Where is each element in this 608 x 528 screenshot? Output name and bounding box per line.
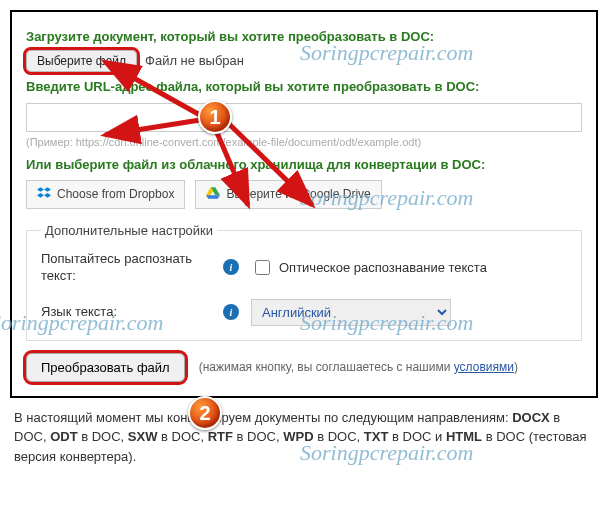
url-heading: Введите URL-адрес файла, который вы хоти…: [26, 78, 582, 96]
format-wpd: WPD: [283, 429, 313, 444]
ocr-checkbox-label: Оптическое распознавание текста: [279, 260, 487, 275]
file-status-text: Файл не выбран: [145, 53, 244, 68]
lang-label: Язык текста:: [41, 303, 211, 321]
convert-button[interactable]: Преобразовать файл: [26, 353, 185, 382]
agree-prefix: (нажимая кнопку, вы соглашаетесь с нашим…: [199, 360, 454, 374]
footer-intro: В настоящий момент мы конвертируем докум…: [14, 410, 512, 425]
info-icon[interactable]: i: [223, 304, 239, 320]
cloud-row: Choose from Dropbox Выберите из Google D…: [26, 180, 582, 209]
agree-text: (нажимая кнопку, вы соглашаетесь с нашим…: [199, 359, 518, 375]
cloud-heading: Или выберите файл из облачного хранилища…: [26, 156, 582, 174]
format-rtf: RTF: [208, 429, 233, 444]
format-txt: TXT: [364, 429, 389, 444]
info-icon[interactable]: i: [223, 259, 239, 275]
ocr-label: Попытайтесь распознать текст:: [41, 250, 211, 285]
convert-row: Преобразовать файл (нажимая кнопку, вы с…: [26, 353, 582, 382]
url-example-text: (Пример: https://cdn.online-convert.com/…: [26, 136, 582, 148]
dropbox-icon: [37, 186, 51, 203]
url-input[interactable]: [26, 103, 582, 132]
format-odt: ODT: [50, 429, 77, 444]
language-select[interactable]: Английский: [251, 299, 451, 326]
dropbox-label: Choose from Dropbox: [57, 187, 174, 201]
dropbox-button[interactable]: Choose from Dropbox: [26, 180, 185, 209]
gdrive-button[interactable]: Выберите из Google Drive: [195, 180, 381, 209]
ocr-checkbox[interactable]: [255, 260, 270, 275]
extra-settings-legend: Дополнительные настройки: [41, 223, 217, 238]
format-sxw: SXW: [128, 429, 158, 444]
extra-settings-fieldset: Дополнительные настройки Попытайтесь рас…: [26, 223, 582, 341]
svg-marker-2: [206, 195, 220, 199]
footer-text: В настоящий момент мы конвертируем докум…: [14, 408, 594, 467]
format-docx: DOCX: [512, 410, 550, 425]
choose-file-button[interactable]: Выберите файл: [26, 50, 137, 72]
format-html: HTML: [446, 429, 482, 444]
ocr-checkbox-wrap[interactable]: Оптическое распознавание текста: [251, 257, 487, 278]
file-row: Выберите файл Файл не выбран: [26, 50, 582, 72]
ocr-row: Попытайтесь распознать текст: i Оптическ…: [41, 250, 567, 285]
gdrive-icon: [206, 186, 220, 203]
agree-suffix: ): [514, 360, 518, 374]
converter-panel: Загрузите документ, который вы хотите пр…: [10, 10, 598, 398]
agree-link[interactable]: условиями: [454, 360, 514, 374]
lang-row: Язык текста: i Английский: [41, 299, 567, 326]
upload-heading: Загрузите документ, который вы хотите пр…: [26, 28, 582, 46]
gdrive-label: Выберите из Google Drive: [226, 187, 370, 201]
